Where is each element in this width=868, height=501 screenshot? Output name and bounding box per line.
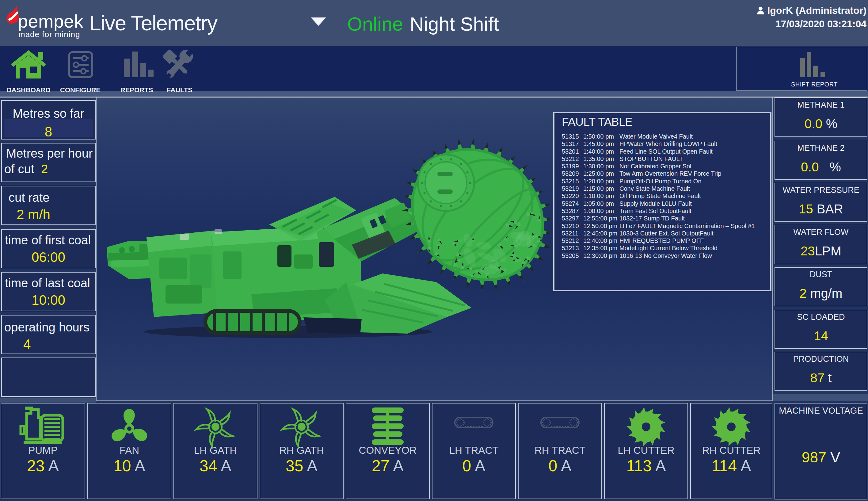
svg-text:made for mining: made for mining	[18, 30, 80, 39]
svg-text:pempek: pempek	[18, 11, 83, 32]
